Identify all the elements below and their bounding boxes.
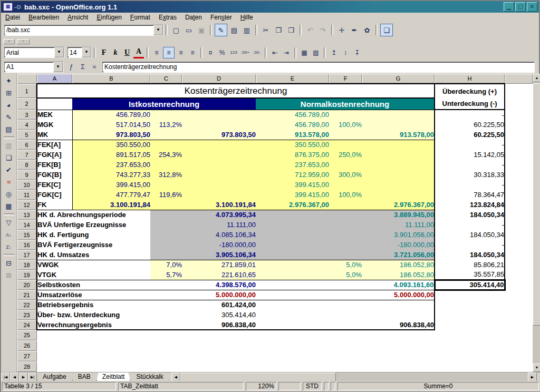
next-sheet-button[interactable]: ▶: [19, 373, 28, 381]
cell-A17[interactable]: HK d. Umsatzes: [37, 250, 150, 260]
cell-D20[interactable]: 4.398.576,00: [182, 280, 256, 290]
row-header-24[interactable]: 24: [17, 320, 37, 330]
row-header-6[interactable]: 6: [17, 140, 37, 150]
cell-C3[interactable]: [150, 110, 182, 120]
hscroll-left-icon[interactable]: ◀: [171, 373, 180, 381]
sum-panel[interactable]: Summe=0: [338, 382, 539, 390]
cell-H6[interactable]: -: [435, 140, 505, 150]
cell-C13[interactable]: [150, 210, 182, 220]
align-right-icon[interactable]: ≡: [176, 47, 186, 58]
row-header-28[interactable]: 28: [17, 361, 37, 372]
cell-A13[interactable]: HK d. Abrechnungsperiode: [37, 210, 150, 220]
cell-E11[interactable]: 399.415,00: [256, 190, 329, 200]
cell-A3[interactable]: MEK: [37, 110, 72, 120]
cell-D16[interactable]: -180.000,00: [182, 240, 256, 250]
row-header-18[interactable]: 18: [17, 260, 37, 270]
row-header-12[interactable]: 12: [17, 200, 37, 210]
col-header-G[interactable]: G: [362, 74, 435, 84]
cell-F13[interactable]: [329, 210, 362, 220]
cell-C25[interactable]: [150, 330, 182, 340]
cell-G17[interactable]: 3.721.056,00: [362, 250, 435, 260]
cell-D12[interactable]: 3.100.191,84: [182, 200, 256, 210]
stylist-icon[interactable]: ✒: [349, 24, 360, 36]
cell-A5[interactable]: MK: [37, 130, 72, 140]
cell-H23[interactable]: [435, 310, 505, 320]
minimize-button[interactable]: ▁: [504, 2, 514, 12]
borders-icon[interactable]: ▦: [299, 47, 310, 58]
col-header-A[interactable]: A: [37, 74, 72, 84]
font-color-icon[interactable]: A: [133, 46, 144, 58]
cell-E21[interactable]: [256, 290, 329, 300]
cell-B9[interactable]: 743.277,33: [72, 170, 150, 180]
sheet-tab-stückkalk[interactable]: Stückkalk: [130, 373, 169, 381]
number-currency-icon[interactable]: ¤: [205, 47, 216, 58]
cell-D13[interactable]: 4.073.995,34: [182, 210, 256, 220]
cell-D4[interactable]: [182, 120, 256, 130]
menu-einfgen[interactable]: Einfügen: [92, 13, 126, 22]
cell-F22[interactable]: [329, 300, 362, 310]
cell-F25[interactable]: [329, 330, 362, 340]
cell-B8[interactable]: 237.653,00: [72, 160, 150, 170]
cell-C6[interactable]: [150, 140, 182, 150]
number-percent-icon[interactable]: %: [217, 47, 227, 58]
cell-F21[interactable]: [329, 290, 362, 300]
cell-E22[interactable]: [256, 300, 329, 310]
cell-G19[interactable]: 186.052,80: [362, 270, 435, 280]
cell-A9[interactable]: FGK[B]: [37, 170, 72, 180]
cell-C20[interactable]: [150, 280, 182, 290]
cell-F27[interactable]: [329, 351, 362, 361]
cell-B2-istkosten-header[interactable]: Istkostenrechnung: [72, 98, 256, 110]
cell-G5[interactable]: 913.578,00: [362, 130, 435, 140]
cell-F28[interactable]: [329, 361, 362, 372]
cell-D18[interactable]: 271.859,01: [182, 260, 256, 270]
col-header-D[interactable]: D: [182, 74, 256, 84]
font-name-combobox[interactable]: ▼: [4, 47, 64, 58]
cell-E4[interactable]: 456.789,00: [256, 120, 329, 130]
cell-G27[interactable]: [362, 351, 435, 361]
cell-D3[interactable]: [182, 110, 256, 120]
cell-D15[interactable]: 4.085.106,34: [182, 230, 256, 240]
insert-icon[interactable]: ✦: [3, 75, 15, 87]
cell-B5[interactable]: 973.803,50: [72, 130, 150, 140]
menu-datei[interactable]: Datei: [1, 13, 24, 22]
cell-G11[interactable]: [362, 190, 435, 200]
cell-C15[interactable]: [150, 230, 182, 240]
cell-D9[interactable]: [182, 170, 256, 180]
row-header-10[interactable]: 10: [17, 180, 37, 190]
cell-H13[interactable]: 184.050,34: [435, 210, 505, 220]
cell-A22[interactable]: Betriebsergebnis: [37, 300, 150, 310]
cell-C22[interactable]: [150, 300, 182, 310]
cell-C18[interactable]: 7,0%: [150, 260, 182, 270]
cell-H28[interactable]: [435, 361, 505, 372]
cell-A21[interactable]: Umsatzerlöse: [37, 290, 150, 300]
cell-G10[interactable]: [362, 180, 435, 190]
cell-D17[interactable]: 3.905.106,34: [182, 250, 256, 260]
cell-F26[interactable]: [329, 340, 362, 351]
cell-G28[interactable]: [362, 361, 435, 372]
cell-C5[interactable]: [150, 130, 182, 140]
cell-F4[interactable]: 100,0%: [329, 120, 362, 130]
cell-B26[interactable]: [72, 340, 150, 351]
cell-D24[interactable]: 906.838,40: [182, 320, 256, 330]
pin-icon[interactable]: -⊙: [14, 4, 21, 11]
cell-G9[interactable]: [362, 170, 435, 180]
cell-G26[interactable]: [362, 340, 435, 351]
cell-E5[interactable]: 913.578,00: [256, 130, 329, 140]
cell-B4[interactable]: 517.014,50: [72, 120, 150, 130]
cell-E14[interactable]: [256, 220, 329, 230]
align-justify-icon[interactable]: ≡: [187, 47, 198, 58]
row-header-11[interactable]: 11: [17, 190, 37, 200]
bold-icon[interactable]: F: [99, 47, 109, 58]
maximize-button[interactable]: ▢: [515, 2, 526, 12]
cell-F19[interactable]: 5,0%: [329, 270, 362, 280]
cell-F12[interactable]: [329, 200, 362, 210]
cell-B25[interactable]: [72, 330, 150, 340]
toolbar-handle-2[interactable]: ∷ ⊙ ∷: [17, 39, 30, 44]
row-header-14[interactable]: 14: [17, 220, 37, 230]
col-header-H[interactable]: H: [435, 74, 505, 84]
cell-A26[interactable]: [37, 340, 72, 351]
cell-H10[interactable]: -: [435, 180, 505, 190]
cell-H2[interactable]: Unterdeckung (-): [435, 98, 505, 110]
autofilter-icon[interactable]: ▽: [3, 217, 15, 229]
open-icon[interactable]: ▭: [183, 24, 195, 36]
